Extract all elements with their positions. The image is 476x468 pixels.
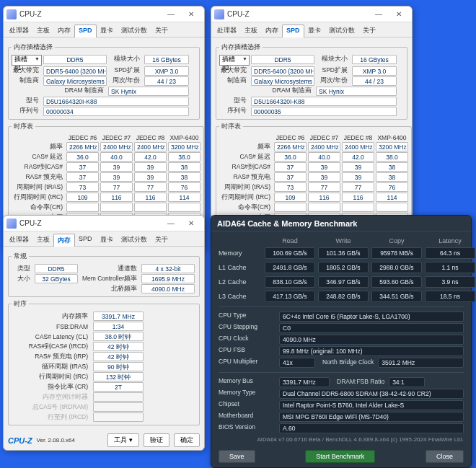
timing-row-label: 命令率(CR)	[219, 203, 273, 212]
timing-cell	[376, 203, 408, 212]
aida-col-header: Latency	[425, 237, 475, 244]
tab-graphics[interactable]: 显卡	[304, 24, 325, 37]
tab-spd[interactable]: SPD	[74, 233, 97, 246]
titlebar[interactable]: CPU-Z — ✕	[211, 6, 412, 22]
timing-row-label: RAS# 预充电	[219, 173, 273, 182]
timing-cell: 114	[376, 193, 408, 202]
trcd-value: 42 时钟	[93, 342, 144, 351]
ok-button[interactable]: 确定	[174, 433, 200, 447]
size-value: 32 GBytes	[35, 274, 78, 283]
type-value: DDR5	[35, 264, 78, 273]
minimize-button[interactable]: —	[161, 8, 181, 21]
part-label: 型号	[219, 97, 250, 106]
titlebar[interactable]: CPU-Z — ✕	[4, 6, 204, 22]
validate-button[interactable]: 验证	[144, 433, 169, 447]
timing-cell: 116	[134, 193, 167, 202]
tab-spd[interactable]: SPD	[282, 25, 304, 37]
close-button[interactable]: Close	[426, 450, 464, 463]
timing-cell: 73	[274, 182, 307, 192]
aida-cell: 344.51 GB/s	[371, 291, 422, 302]
timing-row-label: 频率	[12, 143, 65, 151]
tras-label: 循环周期 (tRAS)	[12, 363, 91, 371]
aida-cell: 2988.0 GB/s	[371, 262, 422, 273]
minimize-button[interactable]: —	[369, 8, 389, 21]
tab-bench[interactable]: 测试分数	[117, 233, 151, 246]
minimize-button[interactable]: —	[161, 217, 181, 230]
close-button[interactable]: ✕	[181, 8, 201, 21]
timing-row-label: RAS#到CAS#	[219, 163, 273, 172]
tab-bench[interactable]: 测试分数	[325, 24, 359, 37]
titlebar[interactable]: CPU-Z — ✕	[4, 216, 204, 231]
timing-cell: 38	[168, 172, 200, 182]
timing-cell: 39	[100, 172, 133, 182]
tab-spd[interactable]: SPD	[74, 25, 97, 37]
serial-value: 00000035	[251, 107, 397, 116]
timing-row-label: 命令率(CR)	[12, 203, 65, 212]
timing-cell: 36.0	[274, 152, 307, 162]
close-button[interactable]: ✕	[389, 8, 409, 21]
tab-memory[interactable]: 内存	[53, 234, 75, 247]
timing-cell: 42.0	[134, 152, 167, 162]
tab-cpu[interactable]: 处理器	[5, 24, 33, 37]
tab-graphics[interactable]: 显卡	[96, 24, 118, 37]
timing-cell: 116	[100, 193, 133, 202]
timing-group: 时序 内存频率3391.7 MHz FSB:DRAM1:34 CAS# Late…	[8, 299, 200, 425]
mbus-value: 3391.7 MHz	[279, 377, 330, 387]
cr-value: 2T	[93, 382, 144, 392]
chipset-value: Intel Raptor Point-S B760, Intel Alder L…	[279, 400, 464, 410]
aida-cell: 2491.8 GB/s	[265, 262, 315, 273]
tab-memory[interactable]: 内存	[261, 24, 283, 37]
tab-about[interactable]: 关于	[358, 24, 380, 37]
mfg-label: 制造商	[219, 76, 250, 86]
aida-title[interactable]: AIDA64 Cache & Memory Benchmark	[211, 216, 471, 231]
tab-cpu[interactable]: 处理器	[213, 24, 241, 37]
timing-cell: 114	[168, 193, 200, 202]
tab-graphics[interactable]: 显卡	[96, 233, 118, 246]
spd-panel: 内存插槽选择 插槽 #1 DDR5 模块大小 16 GBytes 最大带宽 DD…	[4, 37, 204, 231]
timing-cell	[134, 203, 167, 212]
tools-button[interactable]: 工具 ▾	[107, 433, 139, 447]
slot-select[interactable]: 插槽 #2	[219, 55, 250, 66]
save-button[interactable]: Save	[219, 450, 255, 463]
aida64-window: AIDA64 Cache & Memory Benchmark ReadWrit…	[211, 215, 472, 468]
aida-cell: 1805.2 GB/s	[318, 262, 369, 273]
aida-cell: 1.1 ns	[425, 262, 475, 273]
timing-cell: 3200 MHz	[168, 142, 200, 151]
close-button[interactable]: ✕	[181, 217, 201, 230]
timing-row-label: RAS#到CAS#	[12, 163, 65, 172]
aida-row-label: L3 Cache	[219, 291, 262, 302]
tab-memory[interactable]: 内存	[53, 24, 75, 37]
tab-bar: 处理器 主板 内存 SPD 显卡 测试分数 关于	[4, 231, 204, 247]
trc-value: 132 时钟	[93, 372, 144, 381]
tab-about[interactable]: 关于	[151, 24, 172, 37]
mfg-value: Galaxy Microsystems Ltd.	[43, 76, 107, 86]
aida-cell: 593.60 GB/s	[371, 276, 422, 288]
slot-select[interactable]: 插槽 #1	[12, 55, 42, 66]
cpuz-icon	[6, 218, 17, 229]
timing-row-label: CAS# 延迟	[219, 153, 273, 162]
nb-label: 北桥频率	[79, 285, 140, 293]
aida-col-header: Read	[265, 237, 315, 244]
tab-bench[interactable]: 测试分数	[117, 24, 151, 37]
timing-cell: 116	[308, 193, 340, 202]
window-title: CPU-Z	[227, 10, 369, 18]
modsize-label: 模块大小	[316, 55, 351, 66]
timing-cell	[308, 203, 340, 212]
fsbdram-value: 1:34	[93, 322, 144, 331]
spdext-label: SPD扩展	[108, 66, 143, 76]
timing-cell: 42.0	[342, 152, 374, 162]
start-benchmark-button[interactable]: Start Benchmark	[305, 450, 375, 463]
cputype-value: 6C+4c Intel Core i5 (Raptor Lake-S, LGA1…	[279, 312, 464, 322]
timing-cell: 36.0	[66, 152, 99, 162]
timing-legend: 时序表	[219, 122, 243, 131]
timing-cell: 2400 MHz	[100, 142, 133, 151]
tab-mainboard[interactable]: 主板	[32, 233, 54, 246]
serial-value: 00000034	[43, 107, 189, 116]
tab-cpu[interactable]: 处理器	[5, 233, 33, 246]
tab-mainboard[interactable]: 主板	[240, 24, 262, 37]
timing-cell: 39	[100, 162, 133, 172]
timing-cell: 39	[342, 172, 374, 182]
tab-about[interactable]: 关于	[151, 233, 172, 246]
mtype-label: Memory Type	[219, 389, 279, 399]
tab-mainboard[interactable]: 主板	[32, 24, 54, 37]
